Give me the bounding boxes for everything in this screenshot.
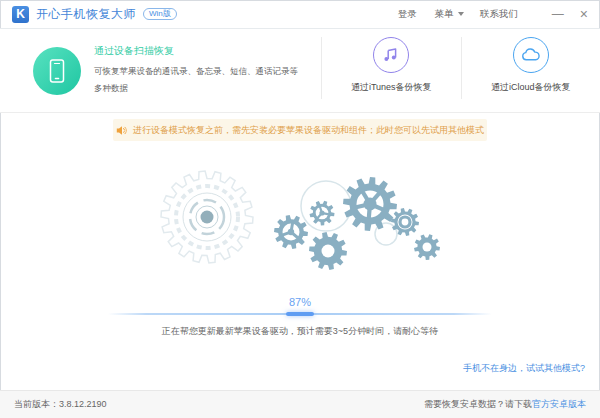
close-button[interactable]: ×	[580, 7, 588, 21]
app-title: 开心手机恢复大师	[36, 6, 136, 23]
mode-icloud-backup[interactable]: 通过iCloud备份恢复	[462, 29, 600, 112]
app-window: K 开心手机恢复大师 Win版 登录 菜单 联系我们 — ×	[0, 0, 600, 418]
menu-label: 菜单	[435, 8, 454, 21]
android-download: 需要恢复安卓数据？请下载 官方安卓版本	[424, 398, 586, 411]
driver-notice-text: 进行设备模式恢复之前，需先安装必要苹果设备驱动和组件；此时您可以先试用其他模式	[133, 124, 484, 137]
progress-status-text: 正在帮您更新最新苹果设备驱动，预计需要3~5分钟时间，请耐心等待	[0, 325, 600, 338]
contact-us-link[interactable]: 联系我们	[480, 8, 518, 21]
minimize-button[interactable]: —	[552, 8, 564, 20]
itunes-mode-circle	[373, 37, 409, 73]
speaker-icon	[116, 125, 127, 136]
android-version-link[interactable]: 官方安卓版本	[532, 398, 586, 411]
music-note-icon	[382, 46, 400, 64]
icloud-mode-label: 通过iCloud备份恢复	[491, 81, 571, 94]
status-bar: 当前版本：3.8.12.2190 需要恢复安卓数据？请下载 官方安卓版本	[0, 390, 600, 418]
itunes-mode-label: 通过iTunes备份恢复	[351, 81, 432, 94]
driver-notice-banner: 进行设备模式恢复之前，需先安装必要苹果设备驱动和组件；此时您可以先试用其他模式	[113, 119, 487, 141]
phone-icon	[46, 57, 68, 85]
progress-percent: 87%	[0, 296, 600, 309]
android-prompt: 需要恢复安卓数据？请下载	[424, 398, 532, 411]
mode-device-scan[interactable]: 通过设备扫描恢复 可恢复苹果设备的通讯录、备忘录、短信、通话记录等多种数据	[0, 29, 321, 112]
device-mode-title: 通过设备扫描恢复	[94, 44, 302, 58]
progress-bar-head	[286, 312, 314, 316]
version-label: 当前版本：3.8.12.2190	[14, 398, 107, 411]
cloud-icon	[521, 47, 541, 63]
login-link[interactable]: 登录	[398, 8, 417, 21]
app-logo-icon: K	[12, 6, 29, 23]
titlebar-menu: 登录 菜单 联系我们 — ×	[398, 7, 588, 21]
win-version-badge: Win版	[143, 8, 177, 20]
mode-selector: 通过设备扫描恢复 可恢复苹果设备的通讯录、备忘录、短信、通话记录等多种数据 通过…	[0, 29, 600, 113]
menu-dropdown[interactable]: 菜单	[435, 8, 464, 21]
try-other-modes-link[interactable]: 手机不在身边，试试其他模式?	[463, 362, 585, 375]
progress-bar	[108, 313, 492, 315]
brand: K 开心手机恢复大师 Win版	[12, 6, 177, 23]
icloud-mode-circle	[513, 37, 549, 73]
device-mode-description: 可恢复苹果设备的通讯录、备忘录、短信、通话记录等多种数据	[94, 63, 302, 96]
device-mode-text: 通过设备扫描恢复 可恢复苹果设备的通讯录、备忘录、短信、通话记录等多种数据	[94, 44, 302, 96]
gears-illustration	[150, 170, 450, 290]
titlebar: K 开心手机恢复大师 Win版 登录 菜单 联系我们 — ×	[0, 0, 600, 29]
device-mode-circle	[33, 47, 81, 95]
chevron-down-icon	[458, 12, 464, 16]
mode-itunes-backup[interactable]: 通过iTunes备份恢复	[322, 29, 461, 112]
